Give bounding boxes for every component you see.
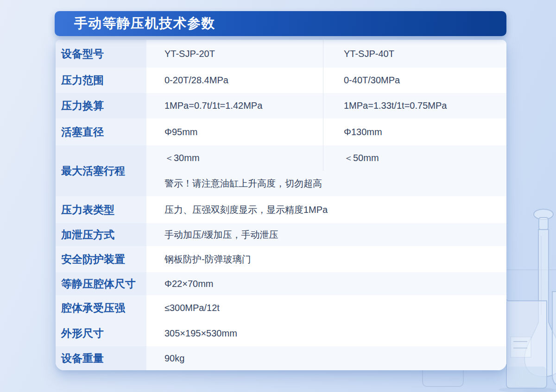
row-values: YT-SJP-20TYT-SJP-40T: [146, 40, 506, 68]
row-values: ＜30mm＜50mm警示！请注意油缸上升高度，切勿超高: [146, 145, 506, 196]
row-label: 加泄压方式: [56, 223, 146, 246]
row-value: 1MPa=1.33t/1t=0.75MPa: [323, 93, 506, 118]
row-value: YT-SJP-20T: [146, 40, 323, 68]
header-bar: 手动等静压机技术参数: [55, 11, 506, 36]
table-row: 腔体承受压强≤300MPa/12t: [56, 295, 506, 320]
row-values: 钢板防护-防弹玻璃门: [146, 246, 506, 272]
table-row: 等静压腔体尺寸Φ22×70mm: [56, 272, 506, 295]
table-row: 活塞直径Φ95mmΦ130mm: [56, 118, 506, 145]
row-label: 等静压腔体尺寸: [56, 272, 146, 295]
row-value: ＜30mm: [146, 145, 323, 171]
row-values: 压力、压强双刻度显示，显示精度1MPa: [146, 196, 506, 223]
row-label: 压力换算: [56, 93, 146, 118]
table-row: 压力换算1MPa=0.7t/1t=1.42MPa1MPa=1.33t/1t=0.…: [56, 93, 506, 118]
table-row: 加泄压方式手动加压/缓加压，手动泄压: [56, 223, 506, 246]
row-values: ≤300MPa/12t: [146, 295, 506, 320]
row-value: YT-SJP-40T: [323, 40, 506, 68]
value-line: Φ95mmΦ130mm: [146, 118, 506, 145]
row-value: 0-40T/30MPa: [323, 68, 506, 93]
row-label: 外形尺寸: [56, 320, 146, 346]
row-value: ＜50mm: [323, 145, 506, 171]
flask-icon: [552, 292, 556, 387]
beaker-icon: [505, 298, 547, 388]
value-line: ＜30mm＜50mm: [146, 145, 506, 171]
value-line: 1MPa=0.7t/1t=1.42MPa1MPa=1.33t/1t=0.75MP…: [146, 93, 506, 118]
row-value: Φ95mm: [146, 118, 323, 145]
spec-table: 设备型号YT-SJP-20TYT-SJP-40T压力范围0-20T/28.4MP…: [56, 40, 506, 370]
row-values: 0-20T/28.4MPa0-40T/30MPa: [146, 68, 506, 93]
page-title: 手动等静压机技术参数: [74, 14, 215, 33]
row-label: 压力表类型: [56, 196, 146, 223]
page: { "page": { "title": "手动等静压机技术参数" }, "co…: [0, 0, 556, 392]
value-line: YT-SJP-20TYT-SJP-40T: [146, 40, 506, 68]
row-label: 活塞直径: [56, 118, 146, 145]
row-label: 安全防护装置: [56, 246, 146, 272]
row-value: 钢板防护-防弹玻璃门: [146, 246, 506, 272]
table-row: 压力范围0-20T/28.4MPa0-40T/30MPa: [56, 68, 506, 93]
row-warning-note: 警示！请注意油缸上升高度，切勿超高: [146, 171, 506, 196]
table-row: 外形尺寸305×195×530mm: [56, 320, 506, 346]
row-value: 压力、压强双刻度显示，显示精度1MPa: [146, 196, 506, 223]
row-value: 90kg: [146, 346, 506, 370]
row-value: 1MPa=0.7t/1t=1.42MPa: [146, 93, 323, 118]
row-label: 压力范围: [56, 68, 146, 93]
row-value: Φ22×70mm: [146, 272, 506, 295]
row-value: 手动加压/缓加压，手动泄压: [146, 223, 506, 246]
table-row: 最大活塞行程＜30mm＜50mm警示！请注意油缸上升高度，切勿超高: [56, 145, 506, 196]
row-values: Φ95mmΦ130mm: [146, 118, 506, 145]
row-label: 设备重量: [56, 346, 146, 370]
row-values: 305×195×530mm: [146, 320, 506, 346]
row-values: 1MPa=0.7t/1t=1.42MPa1MPa=1.33t/1t=0.75MP…: [146, 93, 506, 118]
value-line: 0-20T/28.4MPa0-40T/30MPa: [146, 68, 506, 93]
row-value: ≤300MPa/12t: [146, 295, 506, 320]
table-row: 设备型号YT-SJP-20TYT-SJP-40T: [56, 40, 506, 68]
row-values: 90kg: [146, 346, 506, 370]
row-values: Φ22×70mm: [146, 272, 506, 295]
table-row: 设备重量90kg: [56, 346, 506, 370]
row-label: 最大活塞行程: [56, 145, 146, 196]
table-row: 压力表类型压力、压强双刻度显示，显示精度1MPa: [56, 196, 506, 223]
row-value: Φ130mm: [323, 118, 506, 145]
row-value: 305×195×530mm: [146, 320, 506, 346]
table-row: 安全防护装置钢板防护-防弹玻璃门: [56, 246, 506, 272]
row-values: 手动加压/缓加压，手动泄压: [146, 223, 506, 246]
row-label: 设备型号: [56, 40, 146, 68]
row-value: 0-20T/28.4MPa: [146, 68, 323, 93]
row-label: 腔体承受压强: [56, 295, 146, 320]
